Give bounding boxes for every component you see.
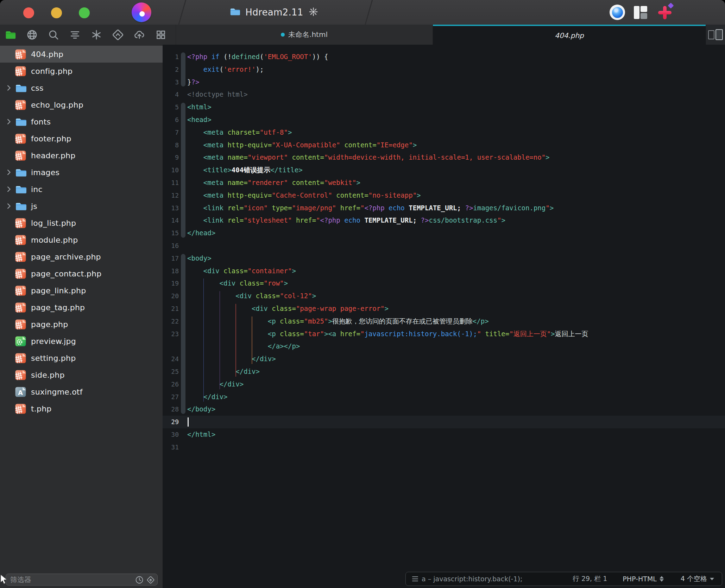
code-line-5[interactable]: 5<html> [163,101,725,114]
file-item-preview-jpg[interactable]: preview.jpg [0,333,163,350]
code-line-15[interactable]: 15</head> [163,227,725,239]
modified-dot-icon [281,33,285,37]
text-lines-icon[interactable] [69,29,81,41]
folder-item-fonts[interactable]: fonts [0,113,163,130]
folder-item-css[interactable]: css [0,79,163,96]
code-line-18[interactable]: 18 <div class="container"> [163,265,725,277]
code-line-23[interactable]: 23 <p class="tar"><a href="javascript:hi… [163,328,725,340]
code-line-14[interactable]: 14 <link rel="stylesheet" href="<?php ec… [163,214,725,227]
code-line-25[interactable]: 25 </div> [163,365,725,378]
file-item-module-php[interactable]: module.php [0,231,163,248]
code-line-16[interactable]: 16 [163,239,725,252]
close-button[interactable] [23,7,34,18]
tab-404-php[interactable]: 404.php [433,25,706,45]
file-label: side.php [31,371,65,379]
code-line-9[interactable]: 9 <meta name="viewport" content="width=d… [163,151,725,164]
fold-region-handle[interactable] [181,254,185,414]
file-item-suxingme-otf[interactable]: Asuxingme.otf [0,383,163,400]
code-line-13[interactable]: 13 <link rel="icon" type="image/png" hre… [163,202,725,215]
preview-eye-icon[interactable] [610,5,625,20]
layout-panes-icon[interactable] [634,6,649,19]
php-file-icon [15,234,26,246]
zoom-button[interactable] [79,7,90,18]
code-line-29[interactable]: 29 [163,416,725,428]
chevron-right-icon[interactable] [5,118,13,126]
language-mode-selector[interactable]: PHP-HTML [623,575,664,583]
code-line-30[interactable]: 30</html> [163,428,725,441]
file-item-page-tag-php[interactable]: page_tag.php [0,299,163,316]
code-line-2[interactable]: 2 exit('error!'); [163,63,725,76]
code-line-3[interactable]: 3}?> [163,76,725,89]
globe-icon[interactable] [26,29,38,41]
code-line-6[interactable]: 6<head> [163,114,725,126]
split-view-toggle[interactable] [706,25,725,45]
code-line-26[interactable]: 26 </div> [163,378,725,391]
file-item-footer-php[interactable]: footer.php [0,130,163,147]
file-item-page-contact-php[interactable]: page_contact.php [0,265,163,282]
file-item-log-list-php[interactable]: log_list.php [0,215,163,231]
grid-icon[interactable] [155,29,167,41]
file-item-config-php[interactable]: config.php [0,63,163,79]
code-line-11[interactable]: 11 <meta name="renderer" content="webkit… [163,177,725,189]
folder-item-js[interactable]: js [0,198,163,215]
code-line-17[interactable]: 17<body> [163,252,725,265]
file-item-page-php[interactable]: page.php [0,316,163,333]
file-item-404-php[interactable]: 404.php [0,46,163,63]
recent-clock-icon[interactable] [135,576,144,586]
line-number: 30 [163,428,179,441]
code-line-27[interactable]: 27 </div> [163,391,725,403]
traffic-lights [23,7,90,18]
add-plus-icon[interactable] [657,5,672,20]
code-line-20[interactable]: 20 <div class="col-12"> [163,290,725,302]
chevron-right-icon[interactable] [5,185,13,193]
cloud-upload-icon[interactable] [133,29,145,41]
code-line-19[interactable]: 19 <div class="row"> [163,277,725,290]
titlebar: Hdream2.11 [0,0,725,25]
code-line-22[interactable]: 22 <p class="mb25">很抱歉，您访问的页面不存在或已被管理员删除… [163,315,725,328]
code-line-21[interactable]: 21 <div class="page-wrap page-error"> [163,302,725,315]
fold-region-handle[interactable] [181,52,185,87]
code-line-10[interactable]: 10 <title>404错误提示</title> [163,164,725,177]
code-editor[interactable]: 1<?php if (!defined('EMLOG_ROOT')) {2 ex… [163,45,725,588]
file-item-t-php[interactable]: t.php [0,400,163,417]
file-item-header-php[interactable]: header.php [0,147,163,164]
titlebar-divider [364,0,373,27]
file-item-setting-php[interactable]: setting.php [0,350,163,366]
file-label: module.php [31,236,78,244]
php-file-icon [15,352,26,364]
files-folder-icon[interactable] [5,29,17,41]
diamond-up-icon[interactable] [112,29,124,41]
context-menu-icon[interactable] [412,576,418,582]
file-item-echo-log-php[interactable]: echo_log.php [0,96,163,113]
code-line-12[interactable]: 12 <meta http-equiv="Cache-Control" cont… [163,189,725,202]
asterisk-icon[interactable] [90,29,102,41]
code-line-1[interactable]: 1<?php if (!defined('EMLOG_ROOT')) { [163,51,725,63]
minimize-button[interactable] [51,7,62,18]
folder-item-inc[interactable]: inc [0,181,163,198]
tab-untitled-html[interactable]: 未命名.html [176,25,433,45]
app-logo-icon [132,2,151,22]
fold-region-handle[interactable] [181,103,185,238]
publish-diamond-icon[interactable] [146,576,155,586]
file-label: suxingme.otf [31,388,83,396]
file-item-side-php[interactable]: side.php [0,366,163,383]
code-line-31[interactable]: 31 [163,441,725,454]
code-line-wrap[interactable]: </a></p> [163,340,725,353]
chevron-right-icon[interactable] [5,202,13,210]
project-tab[interactable]: Hdream2.11 [186,0,362,25]
code-line-7[interactable]: 7 <meta charset="utf-8"> [163,126,725,139]
code-line-4[interactable]: 4<!doctype html> [163,88,725,101]
code-line-8[interactable]: 8 <meta http-equiv="X-UA-Compatible" con… [163,139,725,152]
file-label: inc [31,185,43,194]
folder-item-images[interactable]: images [0,164,163,181]
chevron-right-icon[interactable] [5,84,13,92]
chevron-right-icon[interactable] [5,168,13,176]
file-item-page-link-php[interactable]: page_link.php [0,282,163,299]
code-line-24[interactable]: 24 </div> [163,353,725,365]
code-line-28[interactable]: 28</body> [163,403,725,416]
file-item-page-archive-php[interactable]: page_archive.php [0,248,163,265]
indent-selector[interactable]: 4 个空格 [681,574,714,583]
php-file-icon [15,369,26,381]
search-icon[interactable] [48,29,59,41]
project-settings-gear-icon[interactable] [309,7,318,18]
